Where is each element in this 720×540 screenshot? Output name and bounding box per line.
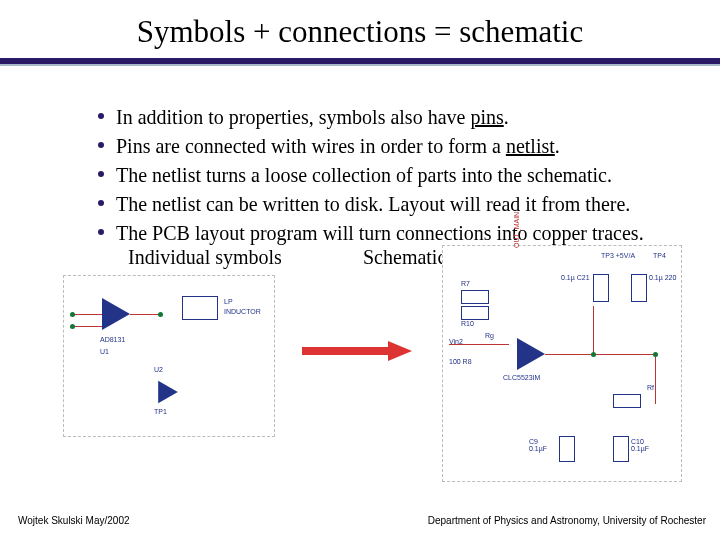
part-label: R10 bbox=[461, 320, 474, 327]
part-label: R7 bbox=[461, 280, 470, 287]
bullet-item: In addition to properties, symbols also … bbox=[98, 104, 718, 131]
label-individual-symbols: Individual symbols bbox=[128, 246, 282, 269]
opamp-icon bbox=[158, 381, 178, 403]
opamp-icon bbox=[102, 298, 130, 330]
figure-individual-symbols: AD8131 U1 LP INDUCTOR U2 TP1 bbox=[63, 275, 275, 437]
page-title: Symbols + connections = schematic bbox=[0, 14, 720, 50]
footer-author: Wojtek Skulski May/2002 bbox=[18, 515, 130, 526]
bullet-text: The PCB layout program will turn connect… bbox=[116, 222, 644, 244]
wire bbox=[449, 344, 509, 345]
bullet-item: The PCB layout program will turn connect… bbox=[98, 220, 718, 247]
bullet-item: Pins are connected with wires in order t… bbox=[98, 133, 718, 160]
arrow-icon bbox=[302, 344, 412, 358]
part-label: C9 0.1µF bbox=[529, 438, 547, 452]
slide-root: Symbols + connections = schematic In add… bbox=[0, 0, 720, 540]
arrow-head bbox=[388, 341, 412, 361]
capacitor-icon bbox=[631, 274, 647, 302]
resistor-icon bbox=[613, 394, 641, 408]
bullet-text: . bbox=[555, 135, 560, 157]
junction-dot bbox=[653, 352, 658, 357]
wire bbox=[72, 326, 102, 327]
label-schematic: Schematic bbox=[363, 246, 446, 269]
component-box bbox=[182, 296, 218, 320]
pin-dot bbox=[70, 324, 75, 329]
bullet-text: Pins are connected with wires in order t… bbox=[116, 135, 506, 157]
arrow-shaft bbox=[302, 347, 390, 355]
pin-dot bbox=[158, 312, 163, 317]
part-label: CLC5523IM bbox=[503, 374, 540, 381]
wire bbox=[545, 354, 655, 355]
title-rule-light bbox=[0, 64, 720, 66]
pin-dot bbox=[70, 312, 75, 317]
bullet-text: The netlist turns a loose collection of … bbox=[116, 164, 612, 186]
bullet-item: The netlist turns a loose collection of … bbox=[98, 162, 718, 189]
part-label: 0.1µ 220 bbox=[649, 274, 676, 281]
wire bbox=[593, 306, 594, 354]
wire bbox=[130, 314, 158, 315]
part-label: Rg bbox=[485, 332, 494, 339]
part-label: Rf bbox=[647, 384, 654, 391]
bullet-text: The netlist can be written to disk. Layo… bbox=[116, 193, 630, 215]
bullet-item: The netlist can be written to disk. Layo… bbox=[98, 191, 718, 218]
part-label: 0.1µ C21 bbox=[561, 274, 590, 281]
part-label: LP bbox=[224, 298, 233, 305]
part-label: 100 R8 bbox=[449, 358, 472, 365]
part-label: C10 0.1µF bbox=[631, 438, 649, 452]
part-label: INDUCTOR bbox=[224, 308, 261, 315]
figure-schematic: OUT_MAIN TP3 +5V/A TP4 0.1µ C21 0.1µ 220… bbox=[442, 245, 682, 482]
opamp-icon bbox=[517, 338, 545, 370]
bullet-list: In addition to properties, symbols also … bbox=[58, 104, 718, 249]
footer-affiliation: Department of Physics and Astronomy, Uni… bbox=[428, 515, 706, 526]
net-label: OUT_MAIN bbox=[513, 212, 520, 248]
part-label: TP4 bbox=[653, 252, 666, 259]
part-label: TP3 +5V/A bbox=[601, 252, 635, 259]
bullet-underline: pins bbox=[470, 106, 503, 128]
part-label: AD8131 bbox=[100, 336, 125, 343]
refdes: TP1 bbox=[154, 408, 167, 415]
bullet-underline: netlist bbox=[506, 135, 555, 157]
wire bbox=[72, 314, 102, 315]
capacitor-icon bbox=[559, 436, 575, 462]
bullet-text: . bbox=[504, 106, 509, 128]
resistor-icon bbox=[461, 306, 489, 320]
refdes: U1 bbox=[100, 348, 109, 355]
refdes: U2 bbox=[154, 366, 163, 373]
capacitor-icon bbox=[593, 274, 609, 302]
bullet-text: In addition to properties, symbols also … bbox=[116, 106, 470, 128]
capacitor-icon bbox=[613, 436, 629, 462]
wire bbox=[655, 354, 656, 404]
junction-dot bbox=[591, 352, 596, 357]
resistor-icon bbox=[461, 290, 489, 304]
